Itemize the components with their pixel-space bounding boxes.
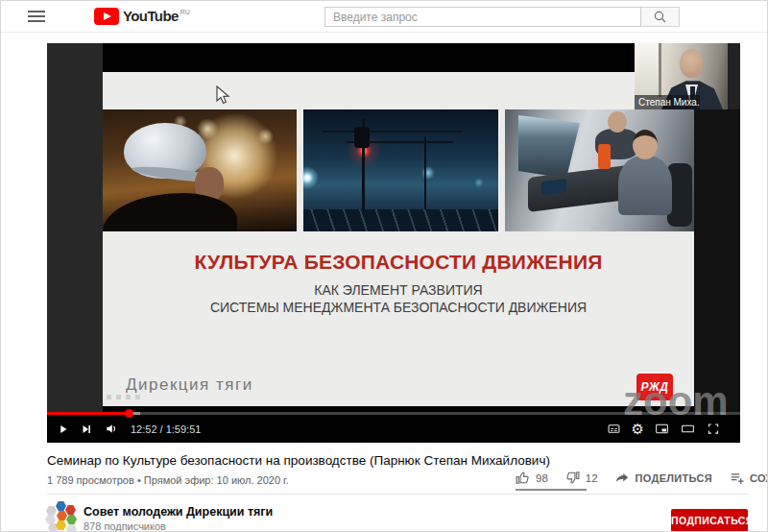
youtube-logo[interactable]: YouTube RU (94, 8, 190, 25)
social-icon (126, 395, 131, 399)
slide-subtitle-line2: СИСТЕМЫ МЕНЕДЖМЕНТА БЕЗОПАСНОСТИ ДВИЖЕНИ… (103, 299, 694, 316)
volume-button[interactable] (103, 422, 119, 436)
menu-bar (28, 20, 45, 22)
slide-social-icons (107, 395, 140, 399)
like-dislike-bar (516, 489, 587, 491)
console-screen-shape (541, 179, 566, 195)
subtitles-button[interactable] (606, 422, 622, 436)
dislike-button[interactable]: 12 (564, 470, 598, 486)
avatar-hex (57, 511, 67, 520)
player-controls: 12:52 / 1:59:51 ⚙ (47, 415, 740, 443)
social-icon (116, 395, 121, 399)
menu-bar (28, 15, 45, 17)
signal-head-shape (354, 127, 370, 148)
save-label: СОХРАНИТЬ (750, 472, 768, 484)
social-icon (107, 395, 111, 399)
video-actions: 98 12 ПОДЕЛИТЬСЯ СОХРАНИТЬ ⋯ (515, 470, 768, 486)
photo-train-cab (505, 109, 694, 231)
video-player[interactable]: КУЛЬТУРА БЕЗОПАСНОСТИ ДВИЖЕНИЯ КАК ЭЛЕМЕ… (47, 43, 740, 443)
rail-tracks-shape (303, 209, 498, 231)
driver-torso (618, 156, 672, 215)
menu-icon[interactable] (28, 11, 45, 23)
photo-railway-signal (303, 109, 498, 231)
subtitles-icon (606, 422, 622, 436)
speaker-head-shape (680, 49, 703, 78)
slide-footer-text: Дирекция тяги (126, 375, 253, 395)
cab-windshield-shape (518, 115, 580, 179)
video-meta: 1 789 просмотров • Прямой эфир: 10 июл. … (47, 474, 289, 486)
next-button[interactable] (80, 423, 93, 436)
thumb-down-icon (564, 470, 581, 486)
fullscreen-icon (706, 422, 721, 436)
channel-name[interactable]: Совет молодежи Дирекции тяги (84, 505, 273, 519)
like-count: 98 (536, 472, 548, 484)
menu-bar (28, 11, 45, 12)
youtube-watch-page: YouTube RU (0, 0, 768, 532)
fullscreen-button[interactable] (706, 422, 721, 436)
rzd-logo: РЖД (636, 374, 673, 400)
miniplayer-button[interactable] (654, 422, 670, 436)
thumb-up-icon (515, 470, 531, 486)
avatar-hex (66, 524, 77, 532)
mouse-cursor (216, 85, 230, 106)
zoom-webcam-thumbnail: Степан Миха... (635, 43, 740, 109)
live-info: Прямой эфир: 10 июл. 2020 г. (144, 474, 289, 486)
presentation-slide: КУЛЬТУРА БЕЗОПАСНОСТИ ДВИЖЕНИЯ КАК ЭЛЕМЕ… (103, 72, 694, 406)
slide-photo-row (103, 109, 694, 231)
slide-title: КУЛЬТУРА БЕЗОПАСНОСТИ ДВИЖЕНИЯ (103, 251, 694, 274)
channel-subscribers: 878 подписчиков (84, 520, 166, 532)
top-bar: YouTube RU (1, 1, 767, 33)
next-icon (80, 423, 93, 436)
photo-warehouse-worker (103, 109, 297, 231)
catenary-mast (424, 136, 426, 217)
gear-icon: ⚙ (632, 422, 644, 436)
social-icon (135, 395, 140, 399)
youtube-play-icon (94, 8, 119, 25)
youtube-region-label: RU (180, 9, 190, 15)
standing-man-head (608, 111, 627, 133)
theater-mode-icon (680, 422, 696, 436)
save-button[interactable]: СОХРАНИТЬ (729, 470, 768, 486)
channel-avatar[interactable] (45, 501, 78, 532)
section-divider (47, 494, 748, 495)
subscribe-button[interactable]: ПОДПИСАТЬСЯ (671, 509, 748, 532)
orange-equipment-shape (598, 144, 611, 169)
search-input[interactable] (324, 7, 641, 27)
save-playlist-icon (729, 470, 745, 486)
share-icon (614, 470, 631, 486)
avatar-hex (65, 505, 76, 515)
avatar-hex (45, 515, 56, 524)
view-count: 1 789 просмотров (47, 474, 134, 486)
slide-subtitle-line1: КАК ЭЛЕМЕНТ РАЗВИТИЯ (103, 281, 694, 299)
settings-button[interactable]: ⚙ (632, 422, 644, 436)
slide-subtitle: КАК ЭЛЕМЕНТ РАЗВИТИЯ СИСТЕМЫ МЕНЕДЖМЕНТА… (103, 281, 694, 316)
dislike-count: 12 (586, 472, 598, 484)
share-button[interactable]: ПОДЕЛИТЬСЯ (614, 470, 712, 486)
catenary-crossarm (323, 131, 463, 133)
volume-icon (103, 422, 119, 436)
play-button[interactable] (57, 423, 70, 436)
meta-dot: • (137, 474, 141, 486)
share-label: ПОДЕЛИТЬСЯ (636, 472, 712, 484)
player-left-band (47, 43, 103, 412)
miniplayer-icon (654, 422, 670, 436)
worker-shoulder-shape (103, 193, 237, 231)
window-shape (635, 43, 661, 97)
play-icon (57, 423, 70, 436)
avatar-hex (66, 515, 77, 524)
like-button[interactable]: 98 (515, 470, 548, 486)
search-icon (653, 10, 667, 24)
search-button[interactable] (641, 7, 680, 27)
webcam-name-label: Степан Миха... (635, 95, 700, 109)
avatar-hex (56, 501, 66, 511)
driver-head (633, 130, 658, 159)
avatar-hex (46, 506, 57, 516)
theater-mode-button[interactable] (680, 422, 696, 436)
dark-panel-shape (728, 43, 740, 109)
time-display: 12:52 / 1:59:51 (131, 423, 201, 435)
video-title: Семинар по Культуре безопасности на прои… (47, 453, 585, 468)
youtube-logo-text: YouTube (123, 8, 179, 25)
